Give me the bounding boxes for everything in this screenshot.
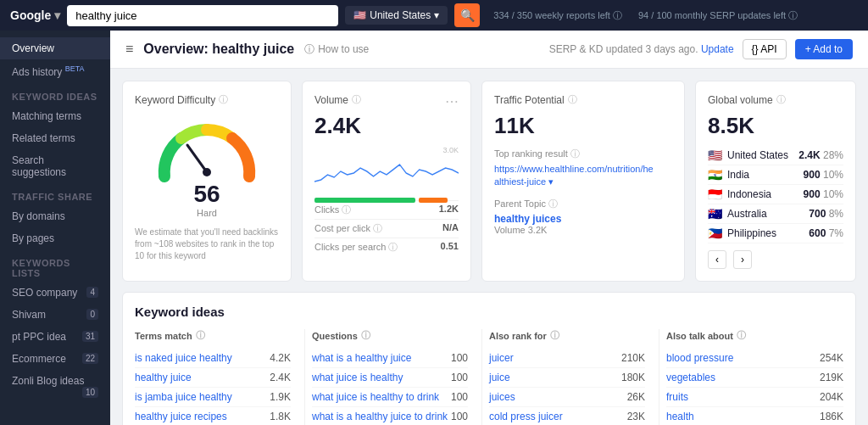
ki-link-blood-pressure[interactable]: blood pressure [666, 352, 733, 364]
brand-dropdown-icon[interactable]: ▾ [54, 8, 60, 22]
volume-bar-green [314, 198, 415, 203]
questions-info-icon[interactable]: ⓘ [361, 329, 370, 342]
content-header-right: SERP & KD updated 3 days ago. Update {} … [549, 39, 853, 59]
ki-link-juices[interactable]: juices [489, 391, 515, 403]
sidebar-item-ecommerce[interactable]: Ecommerce 22 [0, 348, 110, 370]
global-value: 8.5K [708, 113, 843, 139]
ki-link-cold-press-juicer[interactable]: cold press juicer [489, 411, 563, 422]
api-button[interactable]: {} API [743, 39, 787, 59]
menu-icon[interactable]: ≡ [125, 42, 133, 57]
top-ranking-url[interactable]: https://www.healthline.com/nutrition/hea… [494, 163, 672, 189]
keyword-ideas-section: Keyword ideas Terms match ⓘ is naked jui… [122, 292, 856, 425]
traffic-card-title: Traffic Potential ⓘ [494, 93, 672, 106]
cards-row: Keyword Difficulty ⓘ [110, 69, 868, 282]
sidebar-item-overview[interactable]: Overview [0, 37, 110, 59]
kd-info-icon[interactable]: ⓘ [219, 93, 228, 106]
global-volume-card: Global volume ⓘ 8.5K 🇺🇸United States 2.4… [695, 81, 856, 282]
sidebar-item-zonli-blog-ideas[interactable]: Zonli Blog ideas 10 [0, 370, 110, 392]
ki-col-terms-match: Terms match ⓘ is naked juice healthy4.2K… [135, 329, 305, 425]
region-selector[interactable]: 🇺🇸 United States ▾ [345, 6, 448, 25]
global-info-icon[interactable]: ⓘ [776, 93, 786, 106]
sidebar-item-by-domains[interactable]: By domains [0, 205, 110, 227]
ki-row: is jamba juice healthy1.9K [135, 388, 291, 407]
keyword-ideas-title: Keyword ideas [135, 305, 843, 319]
update-info-text: SERP & KD updated 3 days ago. [549, 43, 698, 55]
ki-link-jamba-juice[interactable]: is jamba juice healthy [135, 391, 232, 403]
volume-card-title: Volume ⓘ [314, 93, 361, 106]
volume-info-icon[interactable]: ⓘ [352, 93, 361, 106]
kd-card-title: Keyword Difficulty ⓘ [135, 93, 279, 106]
how-to-link[interactable]: ⓘ How to use [304, 42, 369, 57]
volume-chart: 3.0K [314, 146, 459, 197]
global-title-label: Global volume [708, 94, 773, 106]
sidebar-section-traffic-share: Traffic share [0, 183, 110, 205]
traffic-info-icon[interactable]: ⓘ [568, 93, 577, 106]
search-button[interactable]: 🔍 [454, 3, 480, 27]
volume-sparkline [314, 156, 459, 192]
sidebar-item-pt-ppc-idea[interactable]: pt PPC idea 31 [0, 326, 110, 348]
kd-label: Hard [135, 208, 279, 218]
update-info: SERP & KD updated 3 days ago. Update [549, 43, 734, 55]
parent-topic-section: Parent Topic ⓘ healthy juices Volume 3.2… [494, 198, 672, 235]
add-to-button[interactable]: + Add to [795, 39, 853, 59]
top-bar: Google ▾ 🇺🇸 United States ▾ 🔍 334 / 350 … [0, 0, 868, 31]
parent-topic-label: Parent Topic ⓘ [494, 198, 672, 210]
traffic-value: 11K [494, 113, 672, 139]
monthly-serp-stat: 94 / 100 monthly SERP updates left ⓘ [638, 10, 798, 20]
parent-topic-volume: Volume 3.2K [494, 225, 672, 235]
sidebar-item-shivam[interactable]: Shivam 0 [0, 304, 110, 326]
traffic-card: Traffic Potential ⓘ 11K Top ranking resu… [481, 81, 685, 282]
global-nav: ‹ › [708, 250, 843, 269]
main-content: ≡ Overview: healthy juice ⓘ How to use S… [110, 31, 868, 425]
flag-philippines: 🇵🇭 [708, 226, 722, 240]
ki-row: vegetables219K [666, 368, 843, 388]
sidebar-item-search-suggestions[interactable]: Search suggestions [0, 149, 110, 183]
ki-link-healthy-juice[interactable]: healthy juice [135, 372, 192, 383]
ki-link-juicer[interactable]: juicer [489, 352, 514, 364]
ki-row: juices26K [489, 388, 645, 407]
ki-link-juice[interactable]: juice [489, 372, 510, 383]
global-next-button[interactable]: › [733, 250, 752, 269]
question-icon: ⓘ [304, 42, 314, 57]
content-header: ≡ Overview: healthy juice ⓘ How to use S… [110, 31, 868, 69]
ki-link-juice-recipes[interactable]: healthy juice recipes [135, 411, 227, 422]
volume-more-icon[interactable]: ⋯ [445, 93, 459, 113]
sidebar-item-ads-history[interactable]: Ads history BETA [0, 59, 110, 83]
also-talk-info-icon[interactable]: ⓘ [737, 329, 746, 342]
ki-row: healthy juice2.4K [135, 368, 291, 388]
global-prev-button[interactable]: ‹ [708, 250, 726, 269]
ki-link-fruits[interactable]: fruits [666, 391, 688, 403]
volume-card: Volume ⓘ ⋯ 2.4K 3.0K [302, 81, 471, 282]
global-row-india: 🇮🇳India 900 10% [708, 165, 843, 185]
flag-us: 🇺🇸 [708, 148, 722, 162]
gauge-svg [152, 113, 262, 181]
search-input[interactable] [67, 5, 338, 26]
ki-also-rank-header: Also rank for ⓘ [489, 329, 645, 342]
ki-col-questions: Questions ⓘ what is a healthy juice100 w… [312, 329, 482, 425]
also-rank-info-icon[interactable]: ⓘ [550, 329, 559, 342]
ki-link-what-is-healthy-juice[interactable]: what is a healthy juice [312, 352, 411, 364]
flag-india: 🇮🇳 [708, 168, 722, 182]
ki-link-what-is-healthy-juice-drink[interactable]: what is a healthy juice to drink [312, 411, 448, 422]
ki-row: healthy juice recipes1.8K [135, 407, 291, 425]
kd-title-label: Keyword Difficulty [135, 94, 215, 106]
sidebar-section-keywords-lists: Keywords lists [0, 249, 110, 282]
ki-link-naked-juice[interactable]: is naked juice healthy [135, 352, 232, 364]
sidebar-item-seo-company[interactable]: SEO company 4 [0, 282, 110, 304]
global-countries-list: 🇺🇸United States 2.4K 28% 🇮🇳India 900 10%… [708, 146, 843, 243]
ki-link-what-juice-healthy[interactable]: what juice is healthy [312, 372, 403, 383]
sidebar-item-by-pages[interactable]: By pages [0, 227, 110, 249]
ki-link-health[interactable]: health [666, 411, 694, 422]
sidebar-item-matching-terms[interactable]: Matching terms [0, 105, 110, 127]
terms-match-info-icon[interactable]: ⓘ [196, 329, 205, 342]
sidebar-item-related-terms[interactable]: Related terms [0, 127, 110, 149]
svg-point-1 [203, 168, 211, 176]
content-header-left: ≡ Overview: healthy juice ⓘ How to use [125, 42, 369, 57]
ki-link-what-juice-healthy-drink[interactable]: what juice is healthy to drink [312, 391, 439, 403]
update-link[interactable]: Update [701, 43, 734, 55]
gauge-container [152, 113, 262, 181]
ki-link-vegetables[interactable]: vegetables [666, 372, 715, 383]
parent-topic-value[interactable]: healthy juices [494, 213, 672, 225]
global-row-indonesia: 🇮🇩Indonesia 900 10% [708, 185, 843, 204]
volume-bar-orange [419, 198, 448, 203]
